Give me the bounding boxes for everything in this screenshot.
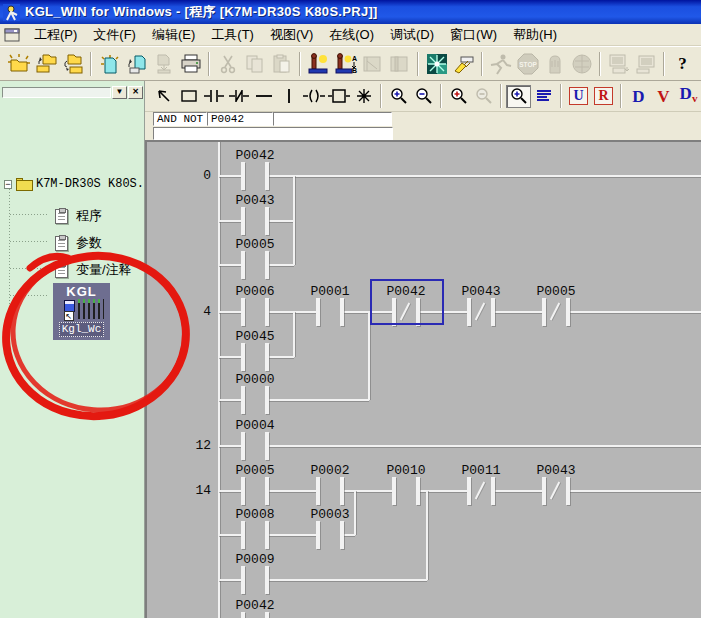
panel-close-button[interactable]: ✕ [128, 86, 143, 99]
cut-icon[interactable] [214, 50, 241, 77]
star-tool-icon[interactable] [351, 85, 376, 108]
context-help-icon[interactable]: ? [696, 50, 701, 77]
tree-item-variables[interactable]: 变量/注释 [55, 261, 132, 279]
contact-label[interactable]: P0043 [446, 284, 516, 299]
link-setup-icon[interactable] [423, 50, 450, 77]
coil-tool-icon[interactable] [301, 85, 326, 108]
hline-tool-icon[interactable] [251, 85, 276, 108]
contact-bar[interactable] [265, 521, 269, 549]
contact-bar[interactable] [316, 521, 320, 549]
contact-bar[interactable] [241, 521, 245, 549]
contact-label[interactable]: P0004 [220, 418, 290, 433]
tree-item-parameters[interactable]: 参数 [55, 234, 102, 252]
monitor-write-icon[interactable] [359, 50, 386, 77]
block-tool-icon[interactable] [326, 85, 351, 108]
contact-label[interactable]: P0005 [521, 284, 591, 299]
vline-tool-icon[interactable] [276, 85, 301, 108]
contact-bar[interactable] [265, 477, 269, 505]
menu-project[interactable]: 工程(P) [26, 24, 85, 46]
contact-bar[interactable] [416, 477, 420, 505]
contact-label[interactable]: P0008 [220, 507, 290, 522]
contact-bar[interactable] [241, 251, 245, 279]
new-file-icon[interactable] [96, 50, 123, 77]
instruction-edit-field[interactable] [153, 127, 393, 140]
contact-bar[interactable] [340, 298, 344, 326]
monitor-start-icon[interactable] [305, 50, 332, 77]
contact-label[interactable]: P0001 [295, 284, 365, 299]
contact-bar[interactable] [316, 298, 320, 326]
contact-bar[interactable] [566, 477, 570, 505]
tree-item-program[interactable]: 程序 [55, 207, 102, 225]
contact-bar[interactable] [392, 477, 396, 505]
v-instruction-icon[interactable]: V [651, 85, 676, 108]
contact-label[interactable]: P0042 [220, 598, 290, 613]
contact-label[interactable]: P0009 [220, 552, 290, 567]
run-icon[interactable] [487, 50, 514, 77]
menu-help[interactable]: 帮助(H) [505, 24, 565, 46]
ladder-area[interactable]: 0P0042P0043P00054P0006P0001P0042P0043P00… [145, 140, 701, 618]
save-file-icon[interactable] [150, 50, 177, 77]
contact-label[interactable]: P0005 [220, 237, 290, 252]
contact-bar[interactable] [265, 343, 269, 371]
monitor-ab-icon[interactable]: A B [332, 50, 359, 77]
no-contact-tool-icon[interactable] [201, 85, 226, 108]
download-program-icon[interactable] [605, 50, 632, 77]
rect-tool-icon[interactable] [176, 85, 201, 108]
contact-bar[interactable] [265, 386, 269, 414]
mdi-window-icon[interactable] [4, 28, 20, 42]
reset-coil-icon[interactable]: R [591, 85, 616, 108]
zoom-in-red-icon[interactable] [446, 85, 471, 108]
magnifier-mode-icon[interactable] [506, 85, 531, 108]
print-icon[interactable] [177, 50, 204, 77]
help-icon[interactable]: ? [669, 50, 696, 77]
paste-icon[interactable] [268, 50, 295, 77]
menu-view[interactable]: 视图(V) [262, 24, 321, 46]
panel-dropdown-button[interactable]: ▼ [112, 86, 127, 99]
contact-bar[interactable] [241, 386, 245, 414]
open-project-icon[interactable] [32, 50, 59, 77]
contact-bar[interactable] [265, 207, 269, 235]
d-instruction-icon[interactable]: D [626, 85, 651, 108]
contact-bar[interactable] [316, 477, 320, 505]
instruction-extra-field[interactable] [273, 112, 392, 126]
contact-bar[interactable] [241, 207, 245, 235]
contact-bar[interactable] [241, 343, 245, 371]
contact-bar[interactable] [542, 477, 546, 505]
instruction-operator-field[interactable]: AND NOT [153, 112, 207, 126]
upload-program-icon[interactable] [632, 50, 659, 77]
tree-collapse-icon[interactable]: − [4, 180, 12, 189]
menu-debug[interactable]: 调试(D) [382, 24, 442, 46]
contact-bar[interactable] [241, 298, 245, 326]
zoom-out-icon[interactable] [411, 85, 436, 108]
pause-icon[interactable] [541, 50, 568, 77]
contact-bar[interactable] [241, 162, 245, 190]
monitor-read-icon[interactable] [386, 50, 413, 77]
contact-bar[interactable] [265, 566, 269, 594]
kgl-wc-desktop-icon[interactable]: KGL ↖ Kgl_Wc [53, 283, 110, 340]
contact-label[interactable]: P0043 [220, 193, 290, 208]
menu-tools[interactable]: 工具(T) [203, 24, 262, 46]
selection-cursor[interactable] [370, 279, 444, 325]
contact-bar[interactable] [542, 298, 546, 326]
menu-window[interactable]: 窗口(W) [442, 24, 505, 46]
contact-bar[interactable] [491, 298, 495, 326]
save-project-icon[interactable] [59, 50, 86, 77]
comment-lines-icon[interactable] [531, 85, 556, 108]
contact-bar[interactable] [467, 477, 471, 505]
contact-label[interactable]: P0045 [220, 329, 290, 344]
zoom-in-icon[interactable] [386, 85, 411, 108]
contact-bar[interactable] [265, 162, 269, 190]
panel-scroll-track[interactable] [2, 87, 111, 98]
menu-file[interactable]: 文件(F) [85, 24, 144, 46]
select-arrow-icon[interactable] [151, 85, 176, 108]
tree-root-project[interactable]: − K7M-DR30S K80S. [4, 177, 144, 191]
contact-bar[interactable] [265, 251, 269, 279]
contact-bar[interactable] [467, 298, 471, 326]
open-file-icon[interactable] [123, 50, 150, 77]
instruction-operand-field[interactable]: P0042 [207, 112, 273, 126]
connect-icon[interactable] [450, 50, 477, 77]
contact-bar[interactable] [340, 477, 344, 505]
contact-label[interactable]: P0043 [521, 463, 591, 478]
copy-icon[interactable] [241, 50, 268, 77]
contact-label[interactable]: P0011 [446, 463, 516, 478]
